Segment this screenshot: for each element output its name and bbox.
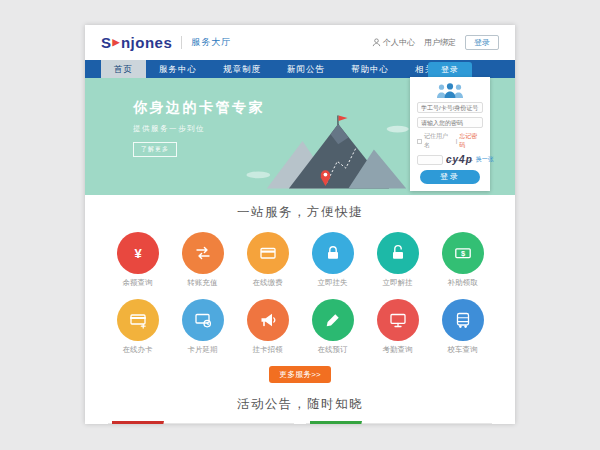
report-loss-circle [312,232,354,274]
service-item-unlock[interactable]: 立即解挂 [365,232,430,288]
banknote-icon: $ [453,243,473,263]
service-label: 补助领取 [430,278,495,288]
service-label: 校车查询 [430,345,495,355]
logo-arrow-icon: ▶ [113,37,120,47]
school-bus-circle [442,299,484,341]
remember-checkbox[interactable] [417,139,422,144]
captcha-image[interactable]: cy4p [446,154,473,165]
account-input[interactable] [417,102,483,113]
card-renew-circle [182,299,224,341]
transfer-circle [182,232,224,274]
transfer-arrows-icon [193,243,213,263]
guide-ribbon-green[interactable]: 使用指南 [310,421,362,424]
service-item-balance[interactable]: ¥ 余额查询 [105,232,170,288]
hero-banner: 你身边的卡管专家 提供服务一步到位 了解更多 登录 [85,78,515,195]
service-item-school-bus[interactable]: 校车查询 [430,299,495,355]
site-name: 服务大厅 [181,36,231,49]
pencil-icon [323,310,343,330]
users-group-icon [417,82,483,98]
personal-center-link[interactable]: 个人中心 [372,37,415,48]
person-icon [372,38,381,47]
login-box: 记住用户名 | 忘记密码 cy4p 换一张 登录 [410,77,490,191]
announcement-panel-left: 使用指南 最新公告 更多>> [108,423,294,424]
service-item-new-card[interactable]: 在线办卡 [105,299,170,355]
services-grid: ¥ 余额查询 转账充值 [105,232,495,355]
header-links: 个人中心 用户绑定 登录 [372,35,499,50]
service-label: 立即挂失 [300,278,365,288]
payment-circle [247,232,289,274]
hero-copy: 你身边的卡管专家 提供服务一步到位 了解更多 [133,99,265,157]
service-item-found-card[interactable]: 挂卡招领 [235,299,300,355]
guide-ribbon-red[interactable]: 使用指南 [112,421,164,424]
announcement-panel-right: 使用指南 更多>> [306,423,492,424]
service-item-subsidy[interactable]: $ 补助领取 [430,232,495,288]
nav-item-help[interactable]: 帮助中心 [338,60,402,78]
service-item-attendance[interactable]: 考勤查询 [365,299,430,355]
login-panel: 登录 记住用户名 | [410,62,490,191]
logo-text-rest: njones [121,34,172,51]
page: S▶njones 服务大厅 个人中心 用户绑定 登录 首页 服务中心 规章制度 … [85,25,515,424]
new-card-circle [117,299,159,341]
password-input[interactable] [417,117,483,128]
service-label: 挂卡招领 [235,345,300,355]
login-tab[interactable]: 登录 [428,62,472,77]
found-card-circle [247,299,289,341]
announcement-panels: 使用指南 最新公告 更多>> 使用指南 更多>> [108,423,492,424]
brand-logo[interactable]: S▶njones [101,34,172,51]
logo-text-s: S [101,34,112,51]
svg-text:¥: ¥ [134,246,142,261]
login-submit-button[interactable]: 登录 [420,170,481,184]
nav-item-home[interactable]: 首页 [101,60,146,78]
service-label: 转账充值 [170,278,235,288]
nav-item-service-center[interactable]: 服务中心 [146,60,210,78]
attendance-icon [388,310,408,330]
remember-label: 记住用户名 [424,132,454,150]
megaphone-icon [258,310,278,330]
card-renew-icon [193,310,213,330]
user-binding-link[interactable]: 用户绑定 [424,37,456,48]
attendance-circle [377,299,419,341]
personal-center-label: 个人中心 [383,37,415,48]
service-label: 余额查询 [105,278,170,288]
payment-card-icon [258,243,278,263]
yen-balance-icon: ¥ [128,243,148,263]
hero-title: 你身边的卡管专家 [133,99,265,117]
service-label: 在线缴费 [235,278,300,288]
panel-header: 使用指南 最新公告 更多>> [108,423,294,424]
remember-row: 记住用户名 | 忘记密码 [417,132,483,150]
svg-text:$: $ [460,249,465,258]
panel-header: 使用指南 更多>> [306,423,492,424]
services-section: 一站服务，方便快捷 ¥ 余额查询 转账充值 [85,195,515,383]
mountain-illustration-icon [243,109,413,195]
captcha-refresh-link[interactable]: 换一张 [476,155,494,164]
services-heading: 一站服务，方便快捷 [85,204,515,221]
hero-cta-button[interactable]: 了解更多 [133,142,177,157]
service-label: 立即解挂 [365,278,430,288]
service-item-payment[interactable]: 在线缴费 [235,232,300,288]
more-services-button[interactable]: 更多服务>> [269,366,330,383]
lock-open-icon [388,243,408,263]
balance-circle: ¥ [117,232,159,274]
service-item-report-loss[interactable]: 立即挂失 [300,232,365,288]
header-login-button[interactable]: 登录 [465,35,499,50]
service-item-booking[interactable]: 在线预订 [300,299,365,355]
service-item-card-renew[interactable]: 卡片延期 [170,299,235,355]
service-label: 卡片延期 [170,345,235,355]
service-item-transfer[interactable]: 转账充值 [170,232,235,288]
nav-item-rules[interactable]: 规章制度 [210,60,274,78]
service-label: 考勤查询 [365,345,430,355]
nav-item-news[interactable]: 新闻公告 [274,60,338,78]
announcements-section: 活动公告，随时知晓 使用指南 最新公告 更多>> 使用指南 更多>> [85,396,515,424]
lock-closed-icon [323,243,343,263]
unlock-circle [377,232,419,274]
bus-icon [453,310,473,330]
captcha-input[interactable] [417,155,443,165]
forgot-password-link[interactable]: 忘记密码 [459,132,483,150]
subsidy-circle: $ [442,232,484,274]
user-binding-label: 用户绑定 [424,37,456,48]
service-label: 在线办卡 [105,345,170,355]
service-label: 在线预订 [300,345,365,355]
booking-circle [312,299,354,341]
new-card-icon [128,310,148,330]
header: S▶njones 服务大厅 个人中心 用户绑定 登录 [85,25,515,60]
